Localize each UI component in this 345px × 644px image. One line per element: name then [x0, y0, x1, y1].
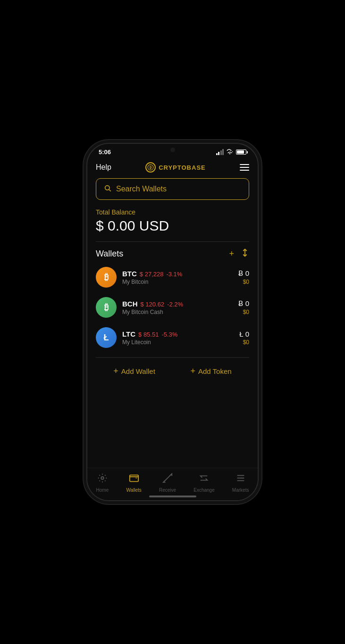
ltc-crypto-bal: Ł 0: [239, 330, 249, 338]
nav-home[interactable]: Home: [96, 473, 109, 493]
add-token-plus-icon: +: [191, 366, 196, 376]
ltc-name: My Litecoin: [122, 339, 234, 346]
add-wallet-icon[interactable]: +: [229, 249, 234, 259]
hamburger-line-3: [240, 170, 249, 171]
btc-coin-icon: ₿: [96, 267, 117, 288]
btc-fiat-bal: $0: [238, 279, 249, 285]
add-wallet-label: Add Wallet: [121, 367, 155, 375]
nav-exchange[interactable]: Exchange: [194, 473, 214, 493]
bch-change: -2.2%: [167, 301, 183, 308]
bch-fiat-bal: $0: [238, 309, 249, 315]
svg-line-3: [109, 190, 111, 191]
search-icon: [104, 184, 111, 194]
home-indicator: [149, 495, 196, 497]
receive-icon: [162, 473, 173, 486]
svg-point-2: [105, 186, 109, 190]
nav-markets-label: Markets: [232, 487, 249, 493]
markets-icon: [236, 473, 246, 486]
bch-crypto-bal: Ƀ 0: [238, 299, 249, 308]
btc-ticker: BTC: [122, 270, 137, 278]
app-content: Help ₿ CRYPTOBASE: [87, 157, 258, 490]
ltc-change: -5.3%: [161, 331, 177, 338]
nav-wallets-label: Wallets: [126, 487, 141, 493]
svg-text:₿: ₿: [149, 165, 152, 170]
wifi-icon: [226, 149, 234, 156]
bch-coin-icon: ₿: [96, 297, 117, 318]
nav-receive[interactable]: Receive: [159, 473, 176, 493]
nav-receive-label: Receive: [159, 487, 176, 493]
wallets-title: Wallets: [96, 249, 123, 259]
help-link[interactable]: Help: [96, 163, 111, 172]
search-box[interactable]: [96, 178, 249, 200]
signal-bar-1: [216, 153, 218, 155]
hamburger-line-1: [240, 164, 249, 165]
wallets-divider: [96, 357, 249, 358]
ltc-balance: Ł 0 $0: [239, 330, 249, 346]
header-logo: ₿ CRYPTOBASE: [145, 162, 206, 173]
logo-icon: ₿: [145, 162, 156, 173]
logo-text: CRYPTOBASE: [159, 164, 206, 171]
svg-point-5: [101, 477, 104, 479]
wallets-header: Wallets +: [96, 248, 249, 259]
add-wallet-button[interactable]: + Add Wallet: [113, 366, 155, 376]
wallet-item-bch[interactable]: ₿ BCH $ 120.62 -2.2% My Bitcoin Cash Ƀ 0…: [96, 297, 249, 318]
btc-price: $ 27,228: [140, 271, 164, 278]
wallets-actions: +: [229, 248, 249, 259]
ltc-info: LTC $ 85.51 -5.3% My Litecoin: [122, 330, 234, 346]
add-buttons: + Add Wallet + Add Token: [96, 366, 249, 376]
signal-bar-3: [220, 150, 222, 155]
bch-ticker-row: BCH $ 120.62 -2.2%: [122, 300, 233, 308]
add-token-button[interactable]: + Add Token: [191, 366, 232, 376]
bch-info: BCH $ 120.62 -2.2% My Bitcoin Cash: [122, 300, 233, 315]
nav-wallets[interactable]: Wallets: [126, 473, 141, 493]
btc-ticker-row: BTC $ 27,228 -3.1%: [122, 270, 233, 278]
signal-bars-icon: [216, 149, 224, 155]
ltc-ticker: LTC: [122, 330, 135, 338]
svg-rect-6: [129, 475, 138, 482]
wallet-item-ltc[interactable]: Ł LTC $ 85.51 -5.3% My Litecoin Ł 0 $0: [96, 327, 249, 348]
hamburger-line-2: [240, 167, 249, 168]
wallet-item-btc[interactable]: ₿ BTC $ 27,228 -3.1% My Bitcoin Ƀ 0 $0: [96, 267, 249, 288]
btc-name: My Bitcoin: [122, 279, 233, 285]
balance-label: Total Balance: [96, 208, 249, 216]
phone-shell: 5:06 Help: [86, 143, 259, 501]
add-token-label: Add Token: [198, 367, 232, 375]
ltc-price: $ 85.51: [138, 331, 159, 338]
battery-icon: [236, 149, 246, 155]
nav-home-label: Home: [96, 487, 109, 493]
home-icon: [97, 473, 108, 486]
ltc-ticker-row: LTC $ 85.51 -5.3%: [122, 330, 234, 338]
camera-notch: [170, 148, 175, 152]
nav-exchange-label: Exchange: [194, 487, 214, 493]
balance-divider: [96, 241, 249, 242]
battery-fill: [237, 150, 244, 154]
btc-crypto-bal: Ƀ 0: [238, 269, 249, 278]
balance-amount: $ 0.00 USD: [96, 218, 249, 234]
signal-bar-2: [218, 152, 219, 155]
bch-ticker: BCH: [122, 300, 138, 308]
bch-name: My Bitcoin Cash: [122, 309, 233, 315]
status-right: [216, 149, 247, 156]
add-wallet-plus-icon: +: [113, 366, 118, 376]
btc-balance: Ƀ 0 $0: [238, 269, 249, 285]
menu-button[interactable]: [240, 164, 249, 171]
status-time: 5:06: [99, 149, 111, 156]
bch-balance: Ƀ 0 $0: [238, 299, 249, 315]
signal-bar-4: [222, 149, 224, 155]
sort-wallets-icon[interactable]: [241, 248, 249, 259]
balance-section: Total Balance $ 0.00 USD: [96, 208, 249, 234]
btc-change: -3.1%: [166, 271, 182, 278]
nav-markets[interactable]: Markets: [232, 473, 249, 493]
search-input[interactable]: [116, 185, 241, 193]
exchange-icon: [199, 473, 209, 486]
btc-info: BTC $ 27,228 -3.1% My Bitcoin: [122, 270, 233, 285]
bch-price: $ 120.62: [141, 301, 165, 308]
ltc-coin-icon: Ł: [96, 327, 117, 348]
header: Help ₿ CRYPTOBASE: [96, 157, 249, 178]
ltc-fiat-bal: $0: [239, 339, 249, 346]
wallets-icon: [129, 473, 139, 486]
